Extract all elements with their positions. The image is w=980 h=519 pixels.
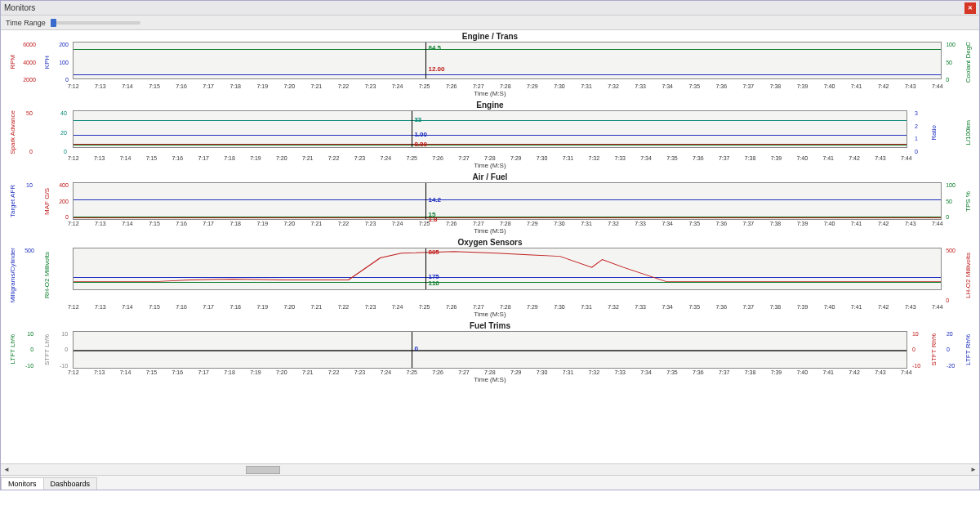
y-axis-label: LTFT Rh% <box>961 331 974 369</box>
tab-dashboards[interactable]: Dashboards <box>43 477 98 490</box>
cursor-readout: 33 <box>414 116 421 123</box>
cursor-readout: 110 <box>428 280 439 287</box>
y-axis-label: Spark Advance <box>6 110 19 154</box>
chart-plot[interactable]: 84.512.00 <box>73 42 942 79</box>
panel-title: Fuel Trims <box>470 321 510 330</box>
panel-oxygen-sensors: Oxygen SensorsMilligrams/Cylinder500RH-O… <box>6 238 974 318</box>
x-axis-ticks: 7:127:137:147:157:167:177:187:197:207:21… <box>68 220 943 226</box>
cursor-readout: 1.8 <box>428 216 437 223</box>
y-axis-ticks: 100-10 <box>907 331 925 369</box>
x-axis-ticks: 7:127:137:147:157:167:177:187:197:207:21… <box>68 303 943 310</box>
y-axis-ticks: 600040002000 <box>20 42 38 83</box>
series-line <box>74 49 941 50</box>
y-axis-ticks: 4002000 <box>55 182 73 220</box>
time-range-label: Time Range <box>6 19 46 27</box>
y-axis-label: LTFT Lh% <box>6 331 19 369</box>
bottom-tabs: Monitors Dashboards <box>1 475 979 490</box>
x-axis-ticks: 7:127:137:147:157:167:177:187:197:207:21… <box>68 369 912 375</box>
y-axis-label: Ratio <box>927 110 940 154</box>
x-axis-title: Time (M:S) <box>474 311 506 318</box>
time-cursor[interactable] <box>425 183 426 219</box>
x-axis-ticks: 7:127:137:147:157:167:177:187:197:207:21… <box>68 83 943 89</box>
chart-plot[interactable]: 14.2151.8 <box>73 182 942 220</box>
cursor-readout: 84.5 <box>428 44 441 51</box>
y-axis-ticks: 10 <box>20 182 38 220</box>
cursor-readout: 14.2 <box>428 196 441 204</box>
x-axis-title: Time (M:S) <box>474 162 506 169</box>
panel-engine-trans: Engine / TransRPM600040002000KPH20010008… <box>6 32 974 97</box>
panel-engine: EngineSpark Advance50040200331.008.80321… <box>6 101 974 169</box>
x-axis-title: Time (M:S) <box>474 376 506 383</box>
scroll-left-arrow-icon[interactable]: ◄ <box>1 466 12 473</box>
y-axis-label: TPS % <box>961 182 974 220</box>
scroll-right-arrow-icon[interactable]: ► <box>968 466 979 473</box>
chart-plot[interactable]: 331.008.80 <box>73 110 907 148</box>
time-cursor[interactable] <box>412 332 412 368</box>
time-cursor[interactable] <box>425 248 426 289</box>
y-axis-ticks: 100-10 <box>55 331 73 369</box>
time-cursor[interactable] <box>425 43 426 78</box>
chart-plot[interactable]: 0 <box>73 331 907 369</box>
y-axis-label: KPH <box>40 42 53 83</box>
y-axis-label: RPM <box>6 42 19 83</box>
horizontal-scrollbar[interactable]: ◄ ► <box>1 463 979 475</box>
y-axis-label: Milligrams/Cylinder <box>6 248 19 303</box>
series-line <box>74 145 906 145</box>
y-axis-ticks: 100500 <box>942 182 960 220</box>
cursor-readout: 12.00 <box>428 65 444 73</box>
cursor-readout: 0 <box>414 345 417 352</box>
close-icon: ✕ <box>968 5 973 11</box>
y-axis-label: MAF G/S <box>40 182 53 220</box>
cursor-readout: 1.00 <box>414 131 427 138</box>
panel-title: Air / Fuel <box>473 172 508 181</box>
y-axis-ticks: 200-20 <box>942 331 960 369</box>
series-line <box>74 144 906 145</box>
panel-title: Oxygen Sensors <box>458 238 523 247</box>
y-axis-ticks: 100-10 <box>20 331 38 369</box>
y-axis-label: RH-O2 Millivolts <box>40 248 53 303</box>
series-line <box>74 74 941 75</box>
y-axis-label: Coolant DegC <box>961 42 974 83</box>
y-axis-ticks: 2001000 <box>55 42 73 83</box>
y-axis-label: STFT Rh% <box>927 331 940 369</box>
y-axis-ticks: 500 <box>20 248 38 303</box>
cursor-readout: 805 <box>428 248 439 256</box>
series-line <box>74 120 906 121</box>
x-axis-ticks: 7:127:137:147:157:167:177:187:197:207:21… <box>68 154 912 161</box>
monitors-window: Monitors ✕ Time Range Engine / TransRPM6… <box>0 0 980 490</box>
series-line <box>74 199 941 200</box>
toolbar: Time Range <box>1 16 979 30</box>
tab-monitors[interactable]: Monitors <box>1 477 44 490</box>
y-axis-ticks: 100500 <box>942 42 960 83</box>
series-line <box>74 248 941 289</box>
y-axis-label: STFT Lh% <box>40 331 53 369</box>
close-button[interactable]: ✕ <box>964 2 976 14</box>
panel-air-fuel: Air / FuelTarget AFR10MAF G/S400200014.2… <box>6 172 974 235</box>
scrollbar-thumb[interactable] <box>246 466 280 474</box>
time-range-slider[interactable] <box>51 21 140 25</box>
y-axis-label: Target AFR <box>6 182 19 220</box>
y-axis-ticks: 3210 <box>907 110 925 154</box>
panel-title: Engine / Trans <box>462 32 518 41</box>
window-title: Monitors <box>4 3 35 12</box>
x-axis-title: Time (M:S) <box>474 227 506 235</box>
y-axis-ticks <box>55 248 73 303</box>
y-axis-label: L/100km <box>961 110 974 154</box>
titlebar: Monitors ✕ <box>1 1 979 16</box>
series-line <box>74 135 906 136</box>
chart-plot[interactable]: 805175110 <box>73 248 942 290</box>
x-axis-title: Time (M:S) <box>474 90 506 97</box>
panel-title: Engine <box>476 101 503 110</box>
series-line <box>74 217 941 218</box>
y-axis-label <box>40 110 53 154</box>
y-axis-ticks: 40200 <box>55 110 73 154</box>
y-axis-ticks: 5000 <box>942 248 960 303</box>
y-axis-label: LH-O2 Millivolts <box>961 248 974 303</box>
panel-fuel-trims: Fuel TrimsLTFT Lh%100-10STFT Lh%100-1001… <box>6 321 974 383</box>
series-line <box>74 350 906 351</box>
panels-container: Engine / TransRPM600040002000KPH20010008… <box>1 30 979 463</box>
cursor-readout: 8.80 <box>414 141 427 148</box>
time-range-slider-thumb[interactable] <box>51 19 56 27</box>
time-cursor[interactable] <box>412 111 412 147</box>
y-axis-ticks: 500 <box>20 110 38 154</box>
